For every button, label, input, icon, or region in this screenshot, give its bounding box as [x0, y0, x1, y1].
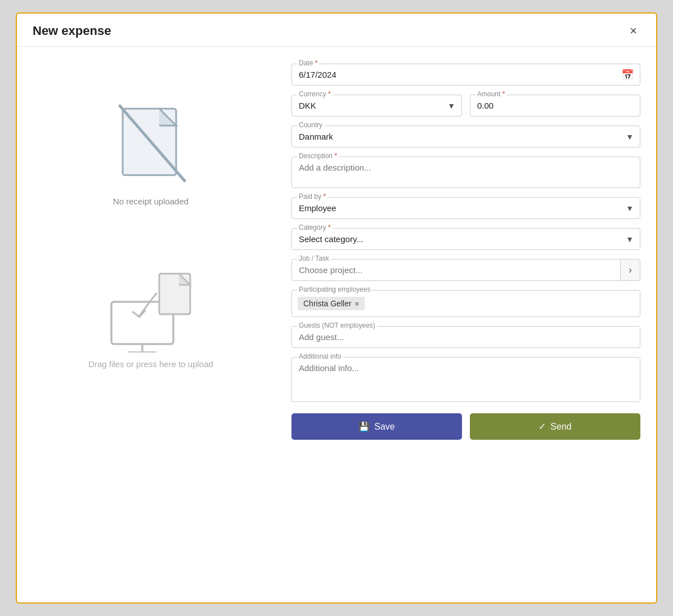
left-panel: No receipt uploaded [33, 64, 269, 440]
currency-amount-row: Currency * DKK EUR USD ▼ [291, 95, 640, 117]
additional-info-input[interactable] [291, 357, 640, 402]
description-label: Description * [297, 152, 339, 160]
no-receipt-area: No receipt uploaded [111, 64, 190, 206]
category-label: Category * [297, 224, 333, 231]
country-label: Country [297, 121, 324, 129]
category-select[interactable]: Select category... Travel Food [291, 228, 640, 250]
country-select[interactable]: Danmark Norway Sweden [291, 126, 640, 148]
send-label: Send [550, 422, 571, 432]
participant-chip: Christa Geller × [298, 297, 365, 310]
category-field-group: Category * Select category... Travel Foo… [291, 228, 640, 250]
participant-remove-button[interactable]: × [355, 300, 360, 308]
category-select-wrap: Select category... Travel Food ▼ [291, 228, 640, 250]
new-expense-modal: New expense × [16, 12, 657, 604]
guests-field-group: Guests (NOT employees) [291, 326, 640, 348]
send-check-icon: ✓ [539, 421, 546, 432]
guests-label: Guests (NOT employees) [297, 322, 377, 329]
drag-label: Drag files or press here to upload [88, 359, 213, 369]
no-receipt-label: No receipt uploaded [113, 197, 189, 206]
date-input[interactable] [291, 64, 640, 86]
amount-field-group: Amount * [470, 95, 640, 117]
send-button[interactable]: ✓ Send [470, 413, 640, 440]
upload-area[interactable]: Drag files or press here to upload [88, 262, 213, 369]
currency-field-group: Currency * DKK EUR USD ▼ [291, 95, 462, 117]
close-button[interactable]: × [626, 24, 640, 38]
description-field-group: Description * [291, 157, 640, 188]
job-task-label: Job / Task [297, 255, 331, 262]
paid-by-label: Paid by * [297, 193, 327, 200]
description-input[interactable] [291, 157, 640, 188]
country-field-group: Country Danmark Norway Sweden ▼ [291, 126, 640, 148]
amount-label: Amount * [475, 90, 506, 98]
modal-body: No receipt uploaded [17, 47, 656, 457]
actions-row: 💾 Save ✓ Send [291, 413, 640, 440]
country-select-wrap: Danmark Norway Sweden ▼ [291, 126, 640, 148]
job-task-chevron-button[interactable]: › [621, 259, 640, 281]
additional-info-field-group: Additional info [291, 357, 640, 402]
job-task-input[interactable] [291, 259, 621, 281]
paid-by-field-group: Paid by * Employee Company ▼ [291, 197, 640, 219]
modal-title: New expense [33, 24, 111, 38]
job-task-row: › [291, 259, 640, 281]
save-label: Save [374, 422, 394, 432]
paid-by-select[interactable]: Employee Company [291, 197, 640, 219]
participants-field-group: Participating employees Christa Geller × [291, 290, 640, 317]
save-button[interactable]: 💾 Save [291, 413, 462, 440]
right-panel: Date * 📅 Currency * [291, 64, 640, 440]
participants-box[interactable]: Christa Geller × [291, 290, 640, 317]
date-field-group: Date * 📅 [291, 64, 640, 86]
save-icon: 💾 [358, 421, 370, 432]
participants-label: Participating employees [297, 285, 372, 293]
date-label: Date * [297, 59, 319, 67]
upload-icon [100, 262, 201, 352]
job-task-field-group: Job / Task › [291, 259, 640, 281]
no-receipt-icon [111, 97, 190, 188]
currency-label: Currency * [297, 90, 333, 98]
participant-name: Christa Geller [303, 299, 352, 308]
modal-header: New expense × [17, 14, 656, 47]
paid-by-select-wrap: Employee Company ▼ [291, 197, 640, 219]
additional-info-label: Additional info [297, 352, 343, 360]
